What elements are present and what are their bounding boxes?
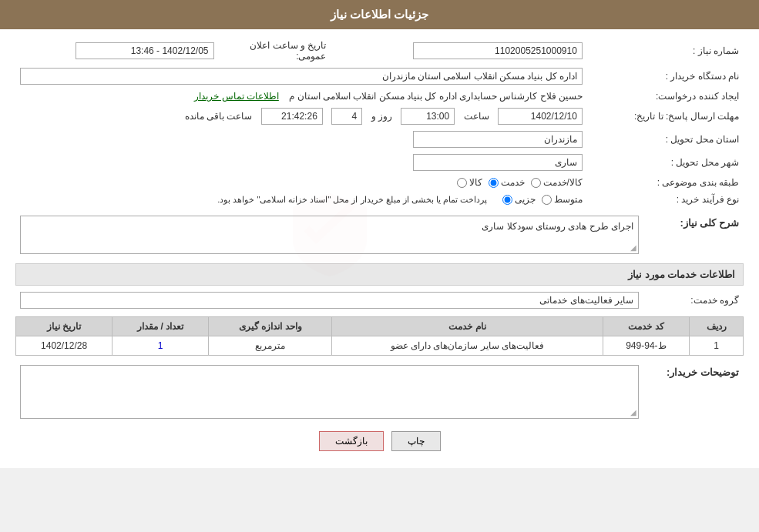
- date-time-row: 1402/12/10 ساعت 13:00 روز و 4 21:42:26: [20, 108, 583, 125]
- radio-khadamat[interactable]: خدمت: [489, 177, 525, 188]
- buyer-org-value-cell: اداره کل بنیاد مسکن انقلاب اسلامی استان …: [15, 65, 587, 88]
- print-button[interactable]: چاپ: [391, 431, 441, 451]
- province-label: استان محل تحویل :: [587, 128, 744, 151]
- services-section-header: اطلاعات خدمات مورد نیاز: [15, 263, 744, 286]
- row-buyer-org: نام دستگاه خریدار : اداره کل بنیاد مسکن …: [15, 65, 744, 88]
- radio-motavasset-input[interactable]: [542, 195, 552, 205]
- row-need-number: شماره نیاز : 1102005251000910 تاریخ و سا…: [15, 37, 744, 65]
- resize-handle-2: ◢: [630, 408, 636, 417]
- buyer-description-table: توضیحات خریدار: ◢: [15, 362, 744, 422]
- radio-kala-input[interactable]: [457, 178, 467, 188]
- days-label: روز و: [371, 111, 392, 122]
- main-content: شماره نیاز : 1102005251000910 تاریخ و سا…: [0, 29, 759, 468]
- announce-value: 1402/12/05 - 13:46: [76, 42, 214, 59]
- cell-service-name: فعالیت‌های سایر سازمان‌های دارای عضو: [332, 336, 603, 356]
- info-table: شماره نیاز : 1102005251000910 تاریخ و سا…: [15, 37, 744, 208]
- buyer-description-title: توضیحات خریدار:: [667, 366, 739, 378]
- cell-quantity: 1: [113, 336, 209, 356]
- col-service-name: نام خدمت: [332, 317, 603, 336]
- page-header: جزئیات اطلاعات نیاز: [0, 0, 759, 29]
- buyer-description-value-cell: ◢: [15, 362, 643, 422]
- col-service-code: کد خدمت: [603, 317, 690, 336]
- radio-motavasset[interactable]: متوسط: [542, 194, 583, 205]
- city-label: شهر محل تحویل :: [587, 151, 744, 174]
- jozei-label: جزیی: [515, 194, 536, 205]
- kala-label: کالا: [469, 177, 482, 188]
- announce-label: تاریخ و ساعت اعلان عمومی:: [250, 40, 326, 62]
- city-value: ساری: [413, 154, 583, 171]
- row-buyer-description: توضیحات خریدار: ◢: [15, 362, 744, 422]
- table-header-row: ردیف کد خدمت نام خدمت واحد اندازه گیری ت…: [16, 317, 744, 336]
- buyer-org-label: نام دستگاه خریدار :: [587, 65, 744, 88]
- remaining-time: 21:42:26: [261, 108, 323, 125]
- province-value-cell: مازندران: [15, 128, 587, 151]
- cell-service-code: ط-94-949: [603, 336, 690, 356]
- row-purchase-type: نوع فرآیند خرید : جزیی متوسط: [15, 191, 744, 208]
- creator-link[interactable]: اطلاعات تماس خریدار: [194, 91, 279, 102]
- row-province: استان محل تحویل : مازندران: [15, 128, 744, 151]
- category-options-cell: کالا خدمت کالا/خدمت: [15, 174, 587, 191]
- time-value: 13:00: [401, 108, 455, 125]
- services-data-table: ردیف کد خدمت نام خدمت واحد اندازه گیری ت…: [15, 316, 744, 356]
- description-title: شرح کلی نیاز:: [680, 217, 739, 229]
- need-number-label: شماره نیاز :: [587, 37, 744, 65]
- cell-unit: مترمربع: [209, 336, 332, 356]
- header-title: جزئیات اطلاعات نیاز: [331, 8, 428, 21]
- resize-handle: ◢: [630, 243, 636, 252]
- radio-jozei-input[interactable]: [502, 195, 512, 205]
- buyer-org-value: اداره کل بنیاد مسکن انقلاب اسلامی استان …: [20, 68, 583, 85]
- row-category: طبقه بندی موضوعی : کالا خدمت: [15, 174, 744, 191]
- date-value: 1402/12/10: [498, 108, 583, 125]
- purchase-note: پرداخت تمام یا بخشی از مبلغ خریدار از مح…: [217, 195, 487, 205]
- radio-kala-khadamat[interactable]: کالا/خدمت: [531, 177, 583, 188]
- radio-jozei[interactable]: جزیی: [502, 194, 536, 205]
- purchase-type-row: جزیی متوسط پرداخت تمام یا بخشی از مبلغ خ…: [20, 194, 583, 205]
- col-quantity: تعداد / مقدار: [113, 317, 209, 336]
- row-description: شرح کلی نیاز: اجرای طرح هادی روستای سودک…: [15, 212, 744, 257]
- service-group-label: گروه خدمت:: [643, 289, 744, 312]
- col-row-num: ردیف: [690, 317, 744, 336]
- buttons-row: چاپ بازگشت: [15, 431, 744, 451]
- send-date-value-cell: 1402/12/10 ساعت 13:00 روز و 4 21:42:26: [15, 105, 587, 128]
- description-value-cell: اجرای طرح هادی روستای سودکلا ساری ◢: [15, 212, 643, 257]
- row-send-date: مهلت ارسال پاسخ: تا تاریخ: 1402/12/10 سا…: [15, 105, 744, 128]
- buyer-description-box[interactable]: ◢: [20, 365, 639, 419]
- category-radio-group: کالا خدمت کالا/خدمت: [457, 177, 583, 188]
- creator-value-cell: حسین فلاح کارشناس حسابداری اداره کل بنیا…: [15, 88, 587, 105]
- creator-value: حسین فلاح کارشناس حسابداری اداره کل بنیا…: [289, 91, 583, 102]
- remaining-label: ساعت باقی مانده: [185, 111, 253, 122]
- col-unit: واحد اندازه گیری: [209, 317, 332, 336]
- table-row: 1 ط-94-949 فعالیت‌های سایر سازمان‌های دا…: [16, 336, 744, 356]
- cell-row-num: 1: [690, 336, 744, 356]
- radio-khadamat-input[interactable]: [489, 178, 499, 188]
- service-group-table: گروه خدمت: سایر فعالیت‌های خدماتی: [15, 289, 744, 312]
- time-label: ساعت: [464, 111, 489, 122]
- radio-kala[interactable]: کالا: [457, 177, 482, 188]
- need-number-input: 1102005251000910: [413, 42, 583, 59]
- purchase-type-cell: جزیی متوسط پرداخت تمام یا بخشی از مبلغ خ…: [15, 191, 587, 208]
- description-table: شرح کلی نیاز: اجرای طرح هادی روستای سودک…: [15, 212, 744, 257]
- purchase-radio-group: جزیی متوسط: [502, 194, 583, 205]
- row-city: شهر محل تحویل : ساری: [15, 151, 744, 174]
- need-number-value: 1102005251000910: [342, 37, 587, 65]
- service-group-value: سایر فعالیت‌های خدماتی: [20, 292, 639, 309]
- province-value: مازندران: [413, 131, 583, 148]
- back-button[interactable]: بازگشت: [319, 431, 384, 451]
- page-wrapper: جزئیات اطلاعات نیاز شماره نیاز : 1102005…: [0, 0, 759, 468]
- cell-date: 1402/12/28: [16, 336, 113, 356]
- khadamat-label: خدمت: [501, 177, 525, 188]
- row-service-group: گروه خدمت: سایر فعالیت‌های خدماتی: [15, 289, 744, 312]
- radio-kala-khadamat-input[interactable]: [531, 178, 541, 188]
- col-date: تاریخ نیاز: [16, 317, 113, 336]
- send-date-label: مهلت ارسال پاسخ: تا تاریخ:: [587, 105, 744, 128]
- motavasset-label: متوسط: [554, 194, 583, 205]
- row-creator: ایجاد کننده درخواست: حسین فلاح کارشناس ح…: [15, 88, 744, 105]
- city-value-cell: ساری: [15, 151, 587, 174]
- announce-value-cell: 1402/12/05 - 13:46: [15, 37, 219, 65]
- days-value: 4: [331, 108, 362, 125]
- description-value: اجرای طرح هادی روستای سودکلا ساری: [482, 221, 633, 232]
- category-label: طبقه بندی موضوعی :: [587, 174, 744, 191]
- creator-label: ایجاد کننده درخواست:: [587, 88, 744, 105]
- kala-khadamat-label: کالا/خدمت: [543, 177, 583, 188]
- purchase-type-label: نوع فرآیند خرید :: [587, 191, 744, 208]
